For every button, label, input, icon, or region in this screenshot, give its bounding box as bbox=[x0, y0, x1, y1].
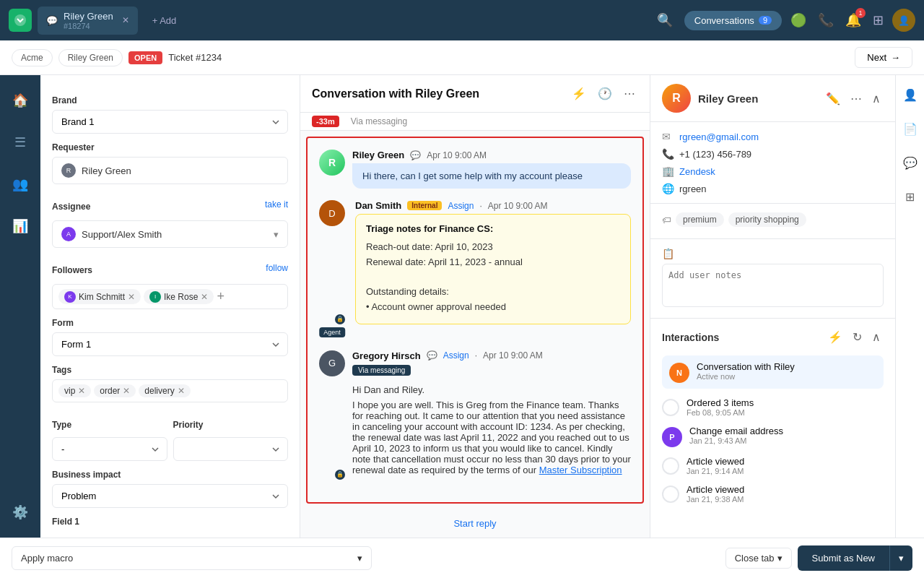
zendesk-link[interactable]: Zendesk bbox=[679, 166, 715, 177]
interaction-ordered[interactable]: Ordered 3 items Feb 08, 9:05 AM bbox=[662, 397, 884, 417]
sidebar-settings-icon[interactable]: ⚙️ bbox=[6, 499, 34, 526]
riley-msg-time: Apr 10 9:00 AM bbox=[427, 150, 487, 160]
tab-close-btn[interactable]: ✕ bbox=[122, 15, 129, 25]
assign-link-greg[interactable]: Assign bbox=[443, 350, 469, 361]
interaction-riley-time: Active now bbox=[697, 372, 876, 381]
more-icon[interactable]: ⋯ bbox=[621, 84, 638, 103]
chat-icon[interactable]: 💬 bbox=[899, 152, 922, 174]
interaction-article1-body: Article viewed Jan 21, 9:14 AM bbox=[687, 456, 884, 475]
macro-button[interactable]: Apply macro ▾ bbox=[12, 546, 372, 570]
conv-sub-header: -33m Via messaging bbox=[300, 113, 650, 131]
tags-section: Tags vip ✕ order ✕ delivery ✕ bbox=[52, 365, 288, 402]
interactions-filter-icon[interactable]: ⚡ bbox=[825, 327, 845, 347]
priority-select[interactable] bbox=[173, 437, 289, 461]
active-tab[interactable]: 💬 Riley Green #18274 ✕ bbox=[38, 7, 138, 35]
follow-link[interactable]: follow bbox=[266, 263, 288, 273]
bottom-bar: Apply macro ▾ Close tab ▾ Submit as New … bbox=[0, 538, 924, 578]
form-label: Form bbox=[52, 318, 288, 328]
brand-label: Brand bbox=[52, 95, 288, 105]
priority-label: Priority bbox=[173, 420, 289, 430]
conversations-button[interactable]: Conversations 9 bbox=[684, 11, 782, 30]
greg-text2: I hope you are well. This is Greg from t… bbox=[352, 400, 631, 475]
brand-select[interactable]: Brand 1 bbox=[52, 110, 288, 134]
submit-dropdown-button[interactable]: ▾ bbox=[889, 545, 912, 571]
requester-field[interactable]: R Riley Green bbox=[52, 157, 288, 184]
take-it-link[interactable]: take it bbox=[265, 199, 288, 210]
interactions-collapse-icon[interactable]: ∧ bbox=[869, 327, 884, 347]
right-panel: R Riley Green ✏️ ⋯ ∧ ✉ rgreen@gmail.com … bbox=[650, 75, 895, 538]
followers-label: Followers bbox=[52, 265, 92, 275]
search-icon[interactable]: 🔍 bbox=[651, 9, 679, 31]
assign-link-dan[interactable]: Assign bbox=[448, 201, 474, 211]
sidebar-tickets-icon[interactable]: ☰ bbox=[9, 129, 32, 156]
tags-icon: 🏷 bbox=[662, 215, 671, 225]
form-select[interactable]: Form 1 bbox=[52, 332, 288, 356]
dan-message-body: Dan Smith Internal Assign · Apr 10 9:00 … bbox=[355, 200, 631, 324]
more-options-icon[interactable]: ⋯ bbox=[847, 89, 865, 108]
business-impact-select[interactable]: Problem bbox=[52, 484, 288, 508]
username-row: 🌐 rgreen bbox=[662, 183, 884, 194]
close-tab-button[interactable]: Close tab ▾ bbox=[725, 548, 792, 569]
dan-msg-time: Apr 10 9:00 AM bbox=[488, 201, 548, 211]
breadcrumb-riley[interactable]: Riley Green bbox=[58, 49, 123, 66]
status-icon[interactable]: 🟢 bbox=[788, 9, 809, 31]
interactions-refresh-icon[interactable]: ↻ bbox=[850, 327, 865, 347]
email-row: ✉ rgreen@gmail.com bbox=[662, 131, 884, 142]
internal-badge: Internal bbox=[407, 201, 442, 210]
macro-arrow-icon: ▾ bbox=[357, 553, 362, 564]
interaction-circle-icon-1 bbox=[662, 399, 679, 416]
sidebar-users-icon[interactable]: 👥 bbox=[6, 171, 34, 198]
assignee-field[interactable]: A Support/Alex Smith ▾ bbox=[52, 220, 288, 248]
contact-avatar-initial: R bbox=[672, 92, 681, 105]
interaction-email-time: Jan 21, 9:43 AM bbox=[689, 436, 884, 445]
interaction-email-name: Change email address bbox=[689, 426, 884, 436]
edit-icon[interactable]: ✏️ bbox=[823, 89, 843, 108]
next-button[interactable]: Next → bbox=[855, 47, 912, 68]
interaction-email-change[interactable]: P Change email address Jan 21, 9:43 AM bbox=[662, 426, 884, 447]
dan-lock-icon: 🔒 bbox=[335, 314, 345, 324]
note-content: Reach-out date: April 10, 2023 Renewal d… bbox=[366, 240, 620, 315]
message-gregory: G 🔒 Gregory Hirsch 💬 Assign · Apr 10 9:0… bbox=[319, 350, 631, 480]
follower-ike-remove[interactable]: ✕ bbox=[201, 292, 208, 302]
interaction-article2-name: Article viewed bbox=[687, 484, 884, 495]
email-link[interactable]: rgreen@gmail.com bbox=[679, 131, 759, 142]
add-tab-button[interactable]: + Add bbox=[144, 11, 186, 30]
submit-as-new-button[interactable]: Submit as New bbox=[798, 545, 889, 571]
breadcrumb-acme[interactable]: Acme bbox=[12, 49, 53, 66]
tag-order-remove[interactable]: ✕ bbox=[123, 386, 130, 396]
contact-card-icon[interactable]: 👤 bbox=[899, 84, 922, 106]
type-priority-grid: Type - Priority bbox=[52, 411, 288, 461]
user-notes-input[interactable] bbox=[662, 264, 884, 307]
grid-small-icon[interactable]: ⊞ bbox=[901, 186, 919, 208]
interaction-article-1[interactable]: Article viewed Jan 21, 9:14 AM bbox=[662, 456, 884, 475]
master-subscription-link[interactable]: Master Subscription bbox=[539, 465, 622, 475]
right-header-actions: ✏️ ⋯ ∧ bbox=[823, 89, 884, 108]
add-follower-btn[interactable]: + bbox=[217, 289, 225, 304]
followers-section: Followers follow K Kim Schmitt ✕ I Ike R… bbox=[52, 256, 288, 309]
interaction-conversation-riley[interactable]: N Conversation with Riley Active now bbox=[662, 355, 884, 389]
tag-delivery-remove[interactable]: ✕ bbox=[178, 386, 185, 396]
contact-name: Riley Green bbox=[698, 92, 816, 105]
grid-icon[interactable]: ⊞ bbox=[870, 9, 886, 31]
interaction-article-2[interactable]: Article viewed Jan 21, 9:38 AM bbox=[662, 484, 884, 504]
collapse-icon[interactable]: ∧ bbox=[869, 89, 884, 108]
start-reply-button[interactable]: Start reply bbox=[453, 518, 496, 529]
requester-avatar: R bbox=[61, 163, 76, 178]
filter-icon[interactable]: ⚡ bbox=[569, 84, 589, 103]
type-select[interactable]: - bbox=[52, 437, 167, 461]
follower-kim-name: Kim Schmitt bbox=[79, 292, 125, 302]
phone-icon[interactable]: 📞 bbox=[815, 9, 837, 31]
sidebar-reports-icon[interactable]: 📊 bbox=[6, 212, 34, 240]
far-right-panel: 👤 📄 💬 ⊞ bbox=[895, 75, 924, 538]
username-icon: 🌐 bbox=[662, 183, 674, 194]
dan-note-bubble: Triage notes for Finance CS: Reach-out d… bbox=[355, 214, 631, 324]
greg-lock-icon: 🔒 bbox=[335, 470, 345, 480]
tag-delivery: delivery ✕ bbox=[139, 384, 190, 397]
document-icon[interactable]: 📄 bbox=[899, 118, 922, 140]
sidebar-home-icon[interactable]: 🏠 bbox=[6, 87, 34, 114]
type-field-group: Type - bbox=[52, 411, 167, 461]
follower-kim-remove[interactable]: ✕ bbox=[128, 292, 135, 302]
tag-vip-remove[interactable]: ✕ bbox=[78, 386, 85, 396]
user-avatar[interactable]: 👤 bbox=[892, 9, 915, 32]
history-icon[interactable]: 🕐 bbox=[595, 84, 615, 103]
